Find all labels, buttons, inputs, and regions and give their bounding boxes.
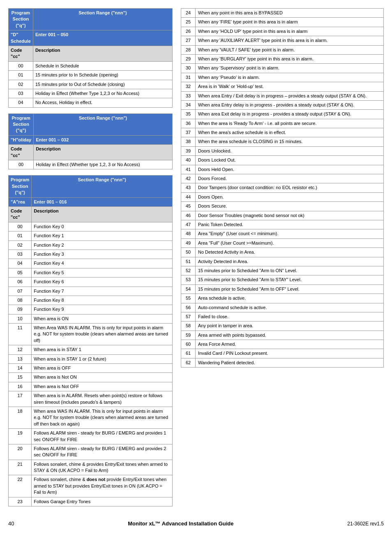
table-row: 13When area is in STAY 1 or (2 future) bbox=[9, 354, 173, 363]
table-row: 0215 minutes prior to Out of Schedule (c… bbox=[9, 80, 173, 89]
desc-cell: Failed to close. bbox=[196, 312, 384, 321]
code-cell: 18 bbox=[9, 407, 32, 428]
code-cell: 61 bbox=[181, 349, 196, 358]
desc-cell: Any point in tamper in area. bbox=[196, 321, 384, 331]
code-cell: 02 bbox=[9, 240, 32, 250]
schedule-table: Program Section ("q") Section Range ("nn… bbox=[8, 8, 173, 108]
desc-cell: 15 minutes prior to Out of Schedule (clo… bbox=[33, 80, 172, 89]
table-row: 22Follows sonalert, chime & does not pro… bbox=[9, 475, 173, 497]
table-row: 34When area Entry delay is in progress -… bbox=[181, 100, 384, 109]
table-row: 25When any 'FIRE' type point in this are… bbox=[181, 18, 384, 27]
desc-cell: When area Entry / Exit delay is in progr… bbox=[196, 91, 384, 100]
desc-cell: When any 'Supervisory' point is in alarm… bbox=[196, 64, 384, 73]
desc-cell: Function Key 0 bbox=[32, 222, 173, 231]
code-cell: 20 bbox=[9, 444, 32, 460]
schedule-body: 00Schedule in Schedule0115 minutes prior… bbox=[9, 61, 173, 107]
table-row: 17When area is in ALARM. Resets when poi… bbox=[9, 391, 173, 407]
area-table: Program Section ("q") Section Range ("nn… bbox=[8, 175, 173, 506]
table-row: 36When the area is 'Ready To Arm' - i.e.… bbox=[181, 119, 384, 128]
footer-title: Monitor xL™ Advanced Installation Guide bbox=[128, 520, 233, 527]
code-cell: 50 bbox=[181, 248, 196, 257]
schedule-header-col2: Section Range ("nnn") bbox=[33, 9, 172, 30]
table-row: 49Area "Full" (User Count >=Maximum). bbox=[181, 238, 384, 247]
code-cell: 00 bbox=[9, 222, 32, 231]
code-cell: 43 bbox=[181, 183, 196, 192]
table-row: 44Doors Open. bbox=[181, 192, 384, 201]
holiday-col-header: Code "cc" Description bbox=[9, 145, 173, 160]
desc-cell: Area "Empty" (User count <= minimum). bbox=[196, 229, 384, 238]
desc-cell: Follows ALARM siren - steady for BURG / … bbox=[32, 429, 173, 444]
desc-cell: Doors Secure. bbox=[196, 202, 384, 211]
desc-cell: No Detected Activity in Area. bbox=[196, 248, 384, 257]
right-column: 24When any point in this area is BYPASSE… bbox=[181, 8, 384, 512]
left-column: Program Section ("q") Section Range ("nn… bbox=[8, 8, 173, 512]
desc-cell: Schedule in Schedule bbox=[33, 61, 172, 70]
desc-cell: Area Force Armed. bbox=[196, 340, 384, 349]
code-cell: 37 bbox=[181, 128, 196, 137]
desc-cell: When any 'VAULT / SAFE' type point is in… bbox=[196, 45, 384, 54]
schedule-subheader: "D" Schedule Enter 001 – 050 bbox=[9, 30, 173, 46]
desc-cell: Doors Forced. bbox=[196, 174, 384, 183]
code-cell: 55 bbox=[181, 294, 196, 303]
code-cell: 46 bbox=[181, 211, 196, 220]
table-row: 08Function Key 8 bbox=[9, 296, 173, 305]
schedule-header-col1: Program Section ("q") bbox=[9, 9, 33, 30]
code-cell: 03 bbox=[9, 250, 32, 259]
code-cell: 04 bbox=[9, 259, 32, 268]
table-row: 23Follows Garage Entry Tones bbox=[9, 497, 173, 506]
desc-cell: Area armed with points bypassed. bbox=[196, 331, 384, 340]
table-row: 59Area armed with points bypassed. bbox=[181, 331, 384, 340]
code-cell: 49 bbox=[181, 238, 196, 247]
table-row: 03Holiday in Effect (Whether Type 1,2,3 … bbox=[9, 89, 173, 98]
table-row: 55Area schedule is active. bbox=[181, 294, 384, 303]
code-cell: 60 bbox=[181, 340, 196, 349]
desc-cell: No Access, Holiday in effect. bbox=[33, 98, 172, 107]
table-row: 48Area "Empty" (User count <= minimum). bbox=[181, 229, 384, 238]
table-row: 33When area Entry / Exit delay is in pro… bbox=[181, 91, 384, 100]
code-cell: 57 bbox=[181, 312, 196, 321]
desc-cell: Follows sonalert, chime & does not provi… bbox=[32, 475, 173, 497]
desc-cell: Follows Garage Entry Tones bbox=[32, 497, 173, 506]
desc-cell: When area Entry delay is in progress - p… bbox=[196, 100, 384, 109]
code-cell: 27 bbox=[181, 36, 196, 45]
table-row: 38When the area schedule is CLOSING in 1… bbox=[181, 137, 384, 146]
footer-page: 40 bbox=[8, 520, 14, 527]
table-row: 00Holiday in Effect (Whether type 1,2, 3… bbox=[9, 160, 173, 169]
code-cell: 01 bbox=[9, 231, 32, 240]
code-cell: 29 bbox=[181, 54, 196, 63]
desc-cell: Door Sensor Troubles (magnetic bond sens… bbox=[196, 211, 384, 220]
table-row: 5315 minutes prior to Scheduled "Arm to … bbox=[181, 275, 384, 284]
code-cell: 45 bbox=[181, 202, 196, 211]
code-cell: 03 bbox=[9, 89, 33, 98]
code-cell: 23 bbox=[9, 497, 32, 506]
desc-cell: Area is in 'Walk' or 'Hold-up' test. bbox=[196, 82, 384, 91]
code-cell: 39 bbox=[181, 146, 196, 155]
table-row: 16When area is Not OFF bbox=[9, 382, 173, 391]
desc-cell: Doors Locked Out. bbox=[196, 156, 384, 165]
table-row: 37When the area's active schedule is in … bbox=[181, 128, 384, 137]
code-cell: 52 bbox=[181, 266, 196, 275]
desc-cell: When Area WAS IN ALARM. This is only for… bbox=[32, 324, 173, 345]
table-row: 26When any 'HOLD UP' type point in this … bbox=[181, 27, 384, 36]
table-row: 14When area is OFF bbox=[9, 364, 173, 373]
code-cell: 34 bbox=[181, 100, 196, 109]
table-row: 50No Detected Activity in Area. bbox=[181, 248, 384, 257]
table-row: 20Follows ALARM siren - steady for BURG … bbox=[9, 444, 173, 460]
code-cell: 09 bbox=[9, 305, 32, 314]
code-cell: 22 bbox=[9, 475, 32, 497]
table-row: 5415 minutes prior to Scheduled "Arm to … bbox=[181, 284, 384, 294]
table-row: 45Doors Secure. bbox=[181, 202, 384, 211]
holiday-header: Program Section ("q") Section Range ("nn… bbox=[9, 113, 173, 135]
table-row: 04No Access, Holiday in effect. bbox=[9, 98, 173, 107]
table-row: 21Follows sonalert, chime & provides Ent… bbox=[9, 460, 173, 475]
table-row: 56Auto-command schedule is active. bbox=[181, 303, 384, 312]
area-body: 00Function Key 001Function Key 102Functi… bbox=[9, 222, 173, 506]
desc-cell: When any 'FIRE' type point in this area … bbox=[196, 18, 384, 27]
holiday-header-col2: Section Range ("nnn") bbox=[34, 113, 173, 135]
desc-cell: Function Key 5 bbox=[32, 268, 173, 277]
desc-cell: When area is in STAY 1 bbox=[32, 345, 173, 354]
table-row: 41Doors Held Open. bbox=[181, 165, 384, 174]
desc-cell: When any 'Pseudo' is in alarm. bbox=[196, 73, 384, 82]
desc-cell: When area is Not OFF bbox=[32, 382, 173, 391]
area-col-header: Code "cc" Description bbox=[9, 206, 173, 222]
